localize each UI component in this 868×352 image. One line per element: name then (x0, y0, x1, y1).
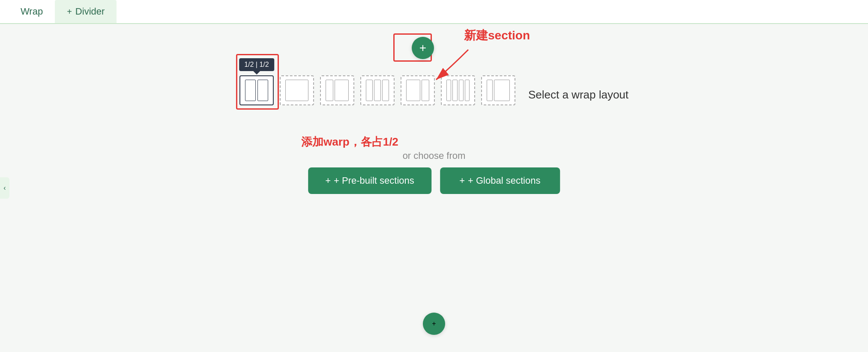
layout-option-sidebar-main[interactable] (481, 75, 515, 105)
wrap-tab-label: Wrap (21, 6, 43, 17)
layout-option-two-third-third[interactable] (401, 75, 435, 105)
or-choose-label: or choose from (403, 150, 466, 161)
layout-col-b (452, 80, 457, 101)
divider-plus-icon: + (67, 7, 72, 17)
add-section-button-top[interactable]: + (412, 37, 434, 59)
layout-highlight-box (236, 54, 279, 110)
layout-full-preview (285, 80, 308, 101)
layout-option-container-half-half: 1/2 | 1/2 (239, 75, 274, 105)
layout-two-third-preview (406, 80, 429, 101)
annotation-add-wrap: 添加warp，各占1/2 (301, 134, 398, 149)
global-label: + Global sections (468, 175, 540, 186)
global-sections-button[interactable]: + + Global sections (440, 167, 560, 194)
layout-col-d (464, 80, 469, 101)
layout-option-four-col[interactable] (441, 75, 475, 105)
tab-divider[interactable]: + Divider (55, 0, 117, 23)
plus-icon: + (419, 42, 426, 54)
pre-built-sections-button[interactable]: + + Pre-built sections (308, 167, 431, 194)
layout-part-one-third (326, 80, 333, 101)
layout-col-a (446, 80, 451, 101)
layout-main-part (494, 80, 510, 101)
layout-title: Select a wrap layout (528, 88, 629, 101)
pre-built-label: + Pre-built sections (334, 175, 414, 186)
global-plus-icon: + (459, 175, 465, 186)
layout-four-col-preview (446, 80, 469, 101)
main-area: ‹ + 新建section 1/2 | 1/2 (0, 24, 868, 352)
chevron-left-icon: ‹ (3, 184, 6, 192)
layout-three-col-preview (366, 80, 389, 101)
pre-built-plus-icon: + (325, 175, 331, 186)
layout-col-2 (374, 80, 381, 101)
layout-col-c (458, 80, 463, 101)
layout-sidebar-part (487, 80, 493, 101)
annotation-new-section: 新建section (464, 27, 530, 44)
layout-col-1 (366, 80, 373, 101)
layout-part-two-thirds (406, 80, 420, 101)
layout-part-two-third (335, 80, 349, 101)
layout-option-third-two-third[interactable] (320, 75, 354, 105)
add-section-button-bottom[interactable]: + (423, 313, 445, 335)
sidebar-toggle[interactable]: ‹ (0, 177, 9, 199)
layout-sidebar-main-preview (487, 80, 509, 101)
layout-third-two-preview (326, 80, 348, 101)
layout-col-3 (382, 80, 389, 101)
toolbar: Wrap + Divider (0, 0, 868, 24)
layout-options-row: 1/2 | 1/2 (239, 75, 515, 105)
tab-wrap[interactable]: Wrap (9, 0, 55, 23)
section-buttons-row: + + Pre-built sections + + Global sectio… (308, 167, 560, 194)
divider-tab-label: Divider (75, 6, 105, 17)
plus-icon-bottom: + (432, 320, 436, 328)
layout-option-full[interactable] (280, 75, 314, 105)
layout-part-one-third-b (422, 80, 429, 101)
layout-selector-area: 1/2 | 1/2 (239, 75, 629, 105)
layout-option-three-col[interactable] (360, 75, 395, 105)
